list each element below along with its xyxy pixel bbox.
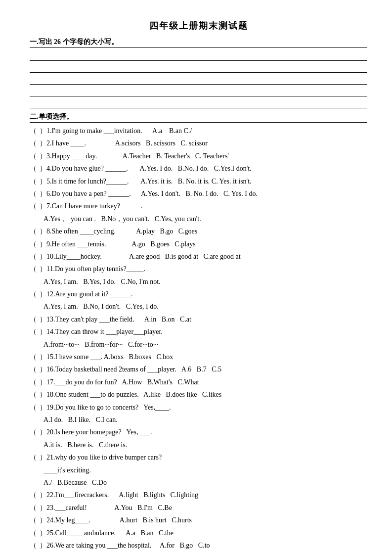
q20-paren: （ xyxy=(30,427,40,438)
question-5: （ ）5.Is it time for lunch?______. A.Yes.… xyxy=(30,176,367,187)
q3-paren: （ xyxy=(30,151,40,162)
q10-text: ）10.Lily____hockey. A.are good B.is good… xyxy=(40,251,367,262)
writing-lines xyxy=(30,50,367,108)
q12-paren: （ xyxy=(30,289,40,300)
question-21: （ ）21.why do you like to drive bumper ca… xyxy=(30,452,367,463)
q7-paren: （ xyxy=(30,201,40,212)
question-7: （ ）7.Can I have more turkey?______. xyxy=(30,201,367,212)
question-19: （ ）19.Do you like to go to concerts? Yes… xyxy=(30,402,367,413)
q23-paren: （ xyxy=(30,503,40,513)
question-15: （ ）15.I have some ___. A.boxs B.boxes C.… xyxy=(30,352,367,363)
q5-paren: （ xyxy=(30,176,40,187)
q15-paren: （ xyxy=(30,352,40,363)
q8-text: ）8.She often ____cycling. A.play B.go C.… xyxy=(40,226,367,237)
q21-sub: ____it's exciting. xyxy=(30,465,367,476)
write-line-3 xyxy=(30,74,367,85)
q11-text: ）11.Do you often play tennis?_____. xyxy=(40,264,367,275)
question-9: （ ）9.He often ___tennis. A.go B.goes C.p… xyxy=(30,239,367,250)
q19-paren: （ xyxy=(30,402,40,413)
question-14: （ ）14.They can throw it ___player___play… xyxy=(30,326,367,337)
q1-paren: （ xyxy=(30,126,40,137)
q14-paren: （ xyxy=(30,326,40,337)
question-6: （ ）6.Do you have a pen? ______. A.Yes. I… xyxy=(30,188,367,199)
q20-options: A.it is. B.here is. C.there is. xyxy=(30,440,367,451)
question-17: （ ）17.___do you do for fun? A.How B.What… xyxy=(30,377,367,388)
question-23: （ ）23.___careful! A.You B.I'm C.Be xyxy=(30,503,367,513)
write-line-5 xyxy=(30,97,367,108)
q4-text: ）4.Do you have glue? ______. A.Yes. I do… xyxy=(40,163,367,174)
section2-header: 二.单项选择。 xyxy=(30,112,367,123)
q23-text: ）23.___careful! A.You B.I'm C.Be xyxy=(40,503,367,513)
q2-text: ）2.I have ____. A.scisors B. scissors C.… xyxy=(40,138,367,149)
q24-paren: （ xyxy=(30,515,40,526)
q22-text: ）22.I'm___firecrackers. A.light B.lights… xyxy=(40,490,367,501)
page-title: 四年级上册期末测试题 xyxy=(30,20,367,32)
q8-paren: （ xyxy=(30,226,40,237)
question-24: （ ）24.My leg____. A.hurt B.is hurt C.hur… xyxy=(30,515,367,526)
question-26: （ ）26.We are taking you ___the hospital.… xyxy=(30,540,367,551)
question-13: （ ）13.They can't play ___the field. A.in… xyxy=(30,314,367,325)
q7-text: ）7.Can I have more turkey?______. xyxy=(40,201,367,212)
q18-text: ）18.One student ___to do puzzles. A.like… xyxy=(40,389,367,400)
q1-text: ）1.I'm going to make ___invitation. A.a … xyxy=(40,126,367,137)
question-20: （ ）20.Is here your homepage? Yes, ___. xyxy=(30,427,367,438)
question-12: （ ）12.Are you good at it? ______. xyxy=(30,289,367,300)
q14-text: ）14.They can throw it ___player___player… xyxy=(40,326,367,337)
section1: 一.写出 26 个字母的大小写。 xyxy=(30,38,367,108)
q14-options: A.from···to··· B.from···for··· C.for···t… xyxy=(30,339,367,350)
q13-paren: （ xyxy=(30,314,40,325)
question-3: （ ）3.Happy ____day. A.Teacher B. Teacher… xyxy=(30,151,367,162)
q21-text: ）21.why do you like to drive bumper cars… xyxy=(40,452,367,463)
q16-text: ）16.Today basketball need 2teams of ___p… xyxy=(40,364,367,375)
q9-paren: （ xyxy=(30,239,40,250)
section1-header: 一.写出 26 个字母的大小写。 xyxy=(30,38,367,48)
question-2: （ ）2.I have ____. A.scisors B. scissors … xyxy=(30,138,367,149)
q25-text: ）25.Call_____ambulance. A.a B.an C.the xyxy=(40,528,367,539)
write-line-4 xyxy=(30,86,367,96)
q19-text: ）19.Do you like to go to concerts? Yes,_… xyxy=(40,402,367,413)
question-4: （ ）4.Do you have glue? ______. A.Yes. I … xyxy=(30,163,367,174)
question-22: （ ）22.I'm___firecrackers. A.light B.ligh… xyxy=(30,490,367,501)
q11-paren: （ xyxy=(30,264,40,275)
q21-paren: （ xyxy=(30,452,40,463)
q26-text: ）26.We are taking you ___the hospital. A… xyxy=(40,540,367,551)
question-1: （ ）1.I'm going to make ___invitation. A.… xyxy=(30,126,367,137)
q17-text: ）17.___do you do for fun? A.How B.What's… xyxy=(40,377,367,388)
q3-text: ）3.Happy ____day. A.Teacher B. Teacher's… xyxy=(40,151,367,162)
q6-text: ）6.Do you have a pen? ______. A.Yes. I d… xyxy=(40,188,367,199)
q13-text: ）13.They can't play ___the field. A.in B… xyxy=(40,314,367,325)
q9-text: ）9.He often ___tennis. A.go B.goes C.pla… xyxy=(40,239,367,250)
q26-paren: （ xyxy=(30,540,40,551)
write-line-2 xyxy=(30,62,367,73)
write-line-1 xyxy=(30,50,367,61)
q19-options: A.I do. B.I like. C.I can. xyxy=(30,415,367,425)
q27-paren: （ xyxy=(30,553,40,555)
q6-paren: （ xyxy=(30,188,40,199)
q27-text: ）27.Good morning!_____. xyxy=(40,553,367,555)
q17-paren: （ xyxy=(30,377,40,388)
q22-paren: （ xyxy=(30,490,40,501)
question-18: （ ）18.One student ___to do puzzles. A.li… xyxy=(30,389,367,400)
question-11: （ ）11.Do you often play tennis?_____. xyxy=(30,264,367,275)
q16-paren: （ xyxy=(30,364,40,375)
q12-options: A.Yes, I am. B.No, I don't. C.Yes, I do. xyxy=(30,301,367,312)
q21-options: A./ B.Because C.Do xyxy=(30,477,367,488)
q24-text: ）24.My leg____. A.hurt B.is hurt C.hurts xyxy=(40,515,367,526)
q10-paren: （ xyxy=(30,251,40,262)
question-25: （ ）25.Call_____ambulance. A.a B.an C.the xyxy=(30,528,367,539)
q20-text: ）20.Is here your homepage? Yes, ___. xyxy=(40,427,367,438)
q12-text: ）12.Are you good at it? ______. xyxy=(40,289,367,300)
section2: 二.单项选择。 （ ）1.I'm going to make ___invita… xyxy=(30,112,367,555)
q2-paren: （ xyxy=(30,138,40,149)
q18-paren: （ xyxy=(30,389,40,400)
question-27: （ ）27.Good morning!_____. xyxy=(30,553,367,555)
q4-paren: （ xyxy=(30,163,40,174)
question-8: （ ）8.She often ____cycling. A.play B.go … xyxy=(30,226,367,237)
question-10: （ ）10.Lily____hockey. A.are good B.is go… xyxy=(30,251,367,262)
question-16: （ ）16.Today basketball need 2teams of __… xyxy=(30,364,367,375)
q15-text: ）15.I have some ___. A.boxs B.boxes C.bo… xyxy=(40,352,367,363)
q11-options: A.Yes, I am. B.Yes, I do. C.No, I'm not. xyxy=(30,277,367,287)
q5-text: ）5.Is it time for lunch?______. A.Yes. i… xyxy=(40,176,367,187)
q25-paren: （ xyxy=(30,528,40,539)
q7-options: A.Yes， you can . B.No，you can't. C.Yes, … xyxy=(30,214,367,225)
